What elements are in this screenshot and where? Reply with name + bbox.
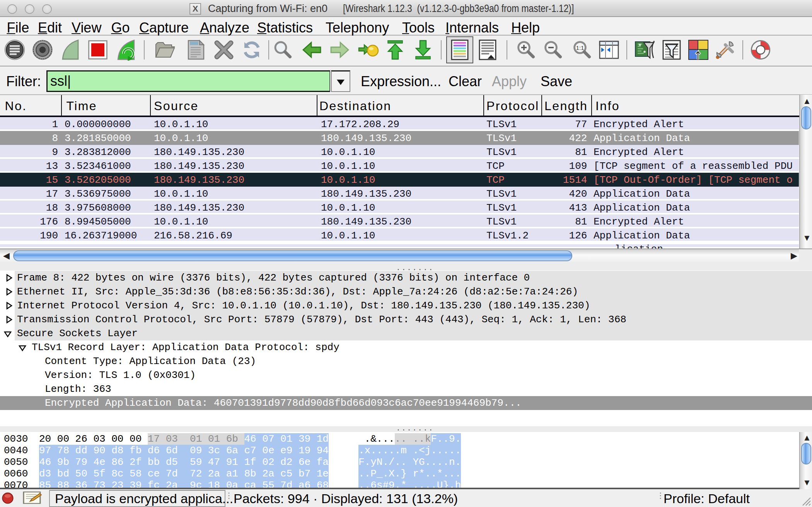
svg-text:1:1: 1:1 [576,44,584,51]
